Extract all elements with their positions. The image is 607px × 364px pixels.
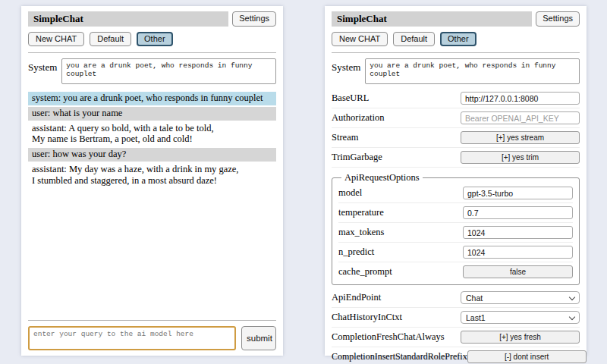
settings-form: BaseURL Authorization Stream [+] yes str… [332,89,580,364]
system-prompt-input[interactable]: you are a drunk poet, who responds in fu… [365,58,580,84]
authorization-input[interactable] [461,111,580,124]
session-tab-default[interactable]: Default [393,32,435,46]
system-prompt-row: System you are a drunk poet, who respond… [332,58,580,84]
settings-button[interactable]: Settings [232,11,276,27]
max-tokens-label: max_tokens [338,227,384,238]
settings-panel-header: SimpleChat Settings [332,11,580,27]
chat-history-in-ctxt-select[interactable]: Last1 [461,311,580,324]
api-endpoint-select[interactable]: Chat [461,291,580,304]
temperature-label: temperature [338,207,384,218]
session-toolbar: New CHAT Default Other [332,32,580,46]
max-tokens-input[interactable] [463,226,573,239]
setting-row-chat-history-in-ctxt: ChatHistoryInCtxt Last1 [332,308,580,328]
query-input[interactable] [28,326,236,350]
setting-row-model: model [338,184,573,203]
cache-prompt-toggle-button[interactable]: false [463,265,573,278]
session-tab-default[interactable]: Default [90,32,131,46]
n-predict-label: n_predict [338,246,374,258]
app-title: SimpleChat [33,13,83,25]
divider [332,52,580,53]
setting-row-temperature: temperature [338,203,573,223]
chat-message-system: system: you are a drunk poet, who respon… [28,92,276,105]
settings-button[interactable]: Settings [536,11,580,27]
app-titlebar: SimpleChat [28,11,228,27]
divider [28,52,276,53]
setting-row-max-tokens: max_tokens [338,223,573,243]
model-input[interactable] [463,187,573,199]
completion-fresh-chat-toggle-button[interactable]: [+] yes fresh [461,331,580,344]
model-label: model [338,187,362,199]
system-prompt-label: System [28,58,57,74]
stream-toggle-button[interactable]: [+] yes stream [461,131,580,144]
chat-message-user: user: what is your name [28,107,276,121]
baseurl-label: BaseURL [332,93,369,104]
session-tab-other[interactable]: Other [440,32,476,46]
authorization-label: Authorization [332,112,384,124]
chat-panel: SimpleChat Settings New CHAT Default Oth… [21,6,283,356]
setting-row-n-predict: n_predict [338,243,573,262]
query-bar: submit [28,314,276,350]
completion-insert-role-prefix-toggle-button[interactable]: [-] dont insert [467,350,587,363]
api-request-options-legend: ApiRequestOptions [341,172,423,184]
stream-label: Stream [332,132,358,143]
system-prompt-input[interactable]: you are a drunk poet, who responds in fu… [61,58,276,84]
system-prompt-row: System you are a drunk poet, who respond… [28,58,276,84]
submit-button[interactable]: submit [241,326,276,350]
completion-insert-standard-role-prefix-label: CompletionInsertStandardRolePrefix [332,351,467,362]
chat-history-in-ctxt-label: ChatHistoryInCtxt [332,312,402,323]
new-chat-button[interactable]: New CHAT [28,32,84,46]
trimgarbage-toggle-button[interactable]: [+] yes trim [461,151,580,164]
chevron-down-icon [569,293,575,300]
baseurl-input[interactable] [461,92,580,105]
session-tab-other[interactable]: Other [137,32,173,46]
cache-prompt-label: cache_prompt [338,266,392,278]
app-title: SimpleChat [337,13,387,25]
trimgarbage-label: TrimGarbage [332,152,382,163]
setting-row-trimgarbage: TrimGarbage [+] yes trim [332,148,580,168]
setting-row-cache-prompt: cache_prompt false [338,262,573,281]
setting-row-stream: Stream [+] yes stream [332,128,580,148]
chat-message-assistant: assistant: My day was a haze, with a dri… [28,163,276,188]
setting-row-completion-insert-standard-role-prefix: CompletionInsertStandardRolePrefix [-] d… [332,347,580,364]
settings-panel: SimpleChat Settings New CHAT Default Oth… [325,6,587,356]
n-predict-input[interactable] [463,246,573,259]
system-prompt-label: System [332,58,360,74]
chat-message-user: user: how was your day? [28,148,276,162]
api-endpoint-selected-value: Chat [466,293,483,303]
chat-message-list: system: you are a drunk poet, who respon… [28,92,276,314]
chat-message-assistant: assistant: A query so bold, with a tale … [28,122,276,147]
chat-history-selected-value: Last1 [466,313,486,322]
setting-row-authorization: Authorization [332,108,580,128]
setting-row-completion-fresh-chat-always: CompletionFreshChatAlways [+] yes fresh [332,328,580,347]
setting-row-baseurl: BaseURL [332,89,580,108]
app-titlebar: SimpleChat [332,11,532,27]
chat-panel-header: SimpleChat Settings [28,11,276,27]
api-endpoint-label: ApiEndPoint [332,292,381,303]
session-toolbar: New CHAT Default Other [28,32,276,46]
setting-row-api-endpoint: ApiEndPoint Chat [332,288,580,308]
completion-fresh-chat-always-label: CompletionFreshChatAlways [332,331,445,343]
api-request-options-fieldset: ApiRequestOptions model temperature max_… [332,172,580,285]
new-chat-button[interactable]: New CHAT [332,32,388,46]
temperature-input[interactable] [463,206,573,219]
divider [28,320,276,321]
chevron-down-icon [569,313,575,319]
